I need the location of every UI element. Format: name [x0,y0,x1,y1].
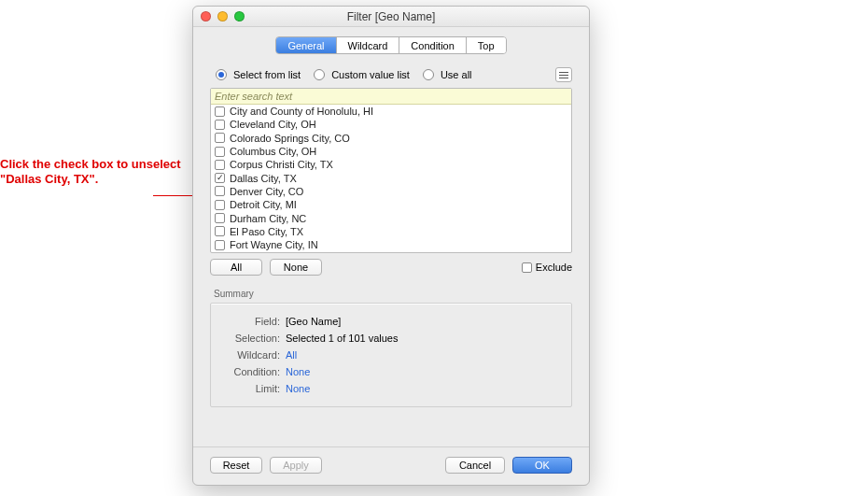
list-actions: All None Exclude [210,259,572,276]
list-item-checkbox[interactable] [215,120,225,130]
all-button[interactable]: All [210,259,262,276]
summary-box: Field: [Geo Name] Selection: Selected 1 … [210,303,572,407]
value-list[interactable]: City and County of Honolulu, HICleveland… [211,105,571,252]
list-item[interactable]: City and County of Honolulu, HI [211,105,571,118]
summary-condition-value[interactable]: None [286,363,310,380]
summary-limit-key: Limit: [222,380,280,397]
list-item[interactable]: Columbus City, OH [211,145,571,158]
filter-dialog: Filter [Geo Name] General Wildcard Condi… [192,6,590,486]
list-item-checkbox[interactable] [215,160,225,170]
close-icon[interactable] [201,11,211,21]
window-controls [201,11,245,21]
list-item-checkbox[interactable] [215,133,225,143]
summary-limit-value[interactable]: None [286,380,310,397]
list-item-checkbox[interactable] [215,186,225,196]
summary-wildcard-value[interactable]: All [286,347,297,363]
list-item-label: Columbus City, OH [230,146,316,157]
zoom-icon[interactable] [234,11,245,21]
list-item-label: Detroit City, MI [230,199,297,210]
list-item[interactable]: Cleveland City, OH [211,118,571,131]
list-item-checkbox[interactable] [215,213,225,223]
summary-selection-value: Selected 1 of 101 values [286,330,398,347]
list-item-label: Fort Wayne City, IN [230,239,318,250]
list-item[interactable]: Denver City, CO [211,185,571,198]
list-item-checkbox[interactable] [215,226,225,236]
list-item-label: Corpus Christi City, TX [230,159,333,170]
summary-selection-key: Selection: [222,330,280,347]
list-item[interactable]: Durham City, NC [211,211,571,224]
radio-select-from-list-label: Select from list [233,69,301,80]
list-item-checkbox[interactable] [215,106,225,117]
list-item[interactable]: Detroit City, MI [211,198,571,211]
tab-bar: General Wildcard Condition Top [210,36,572,54]
value-list-panel: Enter search text City and County of Hon… [210,88,572,253]
tab-top[interactable]: Top [467,37,506,53]
list-item-label: Colorado Springs City, CO [230,133,350,144]
list-item-checkbox[interactable] [215,200,225,210]
radio-use-all-label: Use all [441,69,472,80]
radio-use-all[interactable] [423,69,434,80]
list-item-checkbox[interactable] [215,173,225,183]
list-item-label: El Paso City, TX [230,226,303,237]
list-options-icon[interactable] [555,67,572,82]
tutorial-annotation: Click the check box to unselect "Dallas … [0,157,183,188]
list-item[interactable]: Corpus Christi City, TX [211,158,571,171]
radio-custom-value-list-label: Custom value list [331,69,410,80]
summary-heading: Summary [210,289,572,299]
summary-wildcard-key: Wildcard: [222,347,280,363]
mode-row: Select from list Custom value list Use a… [210,67,572,82]
cancel-button[interactable]: Cancel [445,457,505,474]
exclude-checkbox[interactable] [522,262,532,273]
titlebar: Filter [Geo Name] [193,7,589,27]
ok-button[interactable]: OK [512,457,572,474]
summary-field-key: Field: [222,313,280,330]
tab-general[interactable]: General [276,37,336,53]
radio-select-from-list[interactable] [216,69,227,80]
list-item[interactable]: Dallas City, TX [211,171,571,184]
summary-field-value: [Geo Name] [286,313,341,330]
list-item-label: Dallas City, TX [230,173,297,184]
minimize-icon[interactable] [217,11,228,21]
reset-button[interactable]: Reset [210,457,262,474]
summary-condition-key: Condition: [222,363,280,380]
none-button[interactable]: None [270,259,322,276]
tab-wildcard[interactable]: Wildcard [337,37,400,53]
list-item[interactable]: Fort Wayne City, IN [211,238,571,251]
list-item-checkbox[interactable] [215,147,225,157]
list-item-label: Denver City, CO [230,186,303,197]
search-input[interactable]: Enter search text [211,89,571,105]
list-item-checkbox[interactable] [215,240,225,250]
list-item[interactable]: El Paso City, TX [211,225,571,238]
radio-custom-value-list[interactable] [314,69,325,80]
dialog-content: General Wildcard Condition Top Select fr… [193,27,589,446]
list-item-label: Durham City, NC [230,213,306,224]
list-item-label: City and County of Honolulu, HI [230,106,373,117]
list-item[interactable]: Colorado Springs City, CO [211,132,571,145]
list-item-label: Cleveland City, OH [230,119,316,130]
bottom-bar: Reset Apply Cancel OK [193,446,589,485]
window-title: Filter [Geo Name] [347,10,436,23]
tab-condition[interactable]: Condition [399,37,466,53]
exclude-label: Exclude [536,262,572,273]
apply-button[interactable]: Apply [270,457,322,474]
